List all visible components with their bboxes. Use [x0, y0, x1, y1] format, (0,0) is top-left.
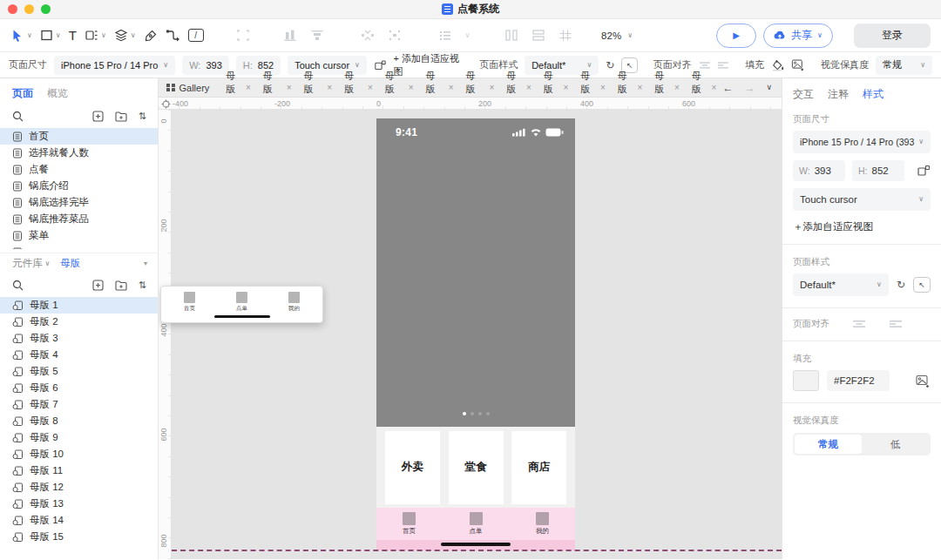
slash-command-button[interactable]: /	[188, 29, 204, 42]
page-list-item[interactable]: 锅底介绍	[0, 178, 158, 194]
master-list-item[interactable]: 母版 7	[0, 396, 158, 413]
canvas-tab[interactable]: 母版 4 ×	[686, 78, 723, 98]
minimize-window-button[interactable]	[24, 4, 34, 14]
tab-annotation[interactable]: 注释	[828, 87, 849, 102]
master-list-item[interactable]: 母版 2	[0, 314, 158, 330]
canvas-tab[interactable]: 母版 8 ×	[538, 78, 575, 98]
sort-icon[interactable]: ⇅	[139, 111, 146, 122]
reset-style-icon[interactable]: ↻	[897, 279, 905, 291]
page-list-item[interactable]: 选择就餐人数	[0, 145, 158, 161]
master-list-item[interactable]: 母版 3	[0, 330, 158, 347]
pen-tool-button[interactable]	[144, 29, 158, 43]
page-list-item[interactable]: 锅底推荐菜品	[0, 211, 158, 227]
canvas-tab[interactable]: 母版 11 ×	[419, 78, 459, 98]
share-button[interactable]: 共享 ∨	[763, 24, 833, 48]
master-preview-popup[interactable]: 首页 点单 我的	[160, 286, 323, 323]
chevron-down-icon[interactable]: ∨	[56, 32, 61, 39]
close-icon[interactable]: ×	[489, 83, 494, 92]
gallery-tab[interactable]: Gallery	[166, 83, 209, 93]
canvas-tab[interactable]: 母版 6 ×	[612, 78, 649, 98]
master-list-item[interactable]: 母版 10	[0, 446, 158, 462]
canvas-tab[interactable]: 母版 9 ×	[500, 78, 538, 98]
canvas-tab[interactable]: 母版 15 ×	[257, 78, 298, 98]
close-icon[interactable]: ×	[674, 83, 680, 92]
reset-style-icon[interactable]: ↻	[606, 59, 614, 71]
fill-swatch[interactable]	[793, 370, 819, 391]
canvas-tab[interactable]: 母版 1 ×	[220, 78, 257, 98]
home-card[interactable]: 外卖	[385, 431, 440, 504]
close-icon[interactable]: ×	[287, 83, 292, 92]
connector-tool-button[interactable]	[166, 29, 180, 42]
chevron-down-icon[interactable]: ∨	[27, 32, 32, 39]
width-field[interactable]: W: 393	[793, 160, 845, 181]
layers-tool-button[interactable]: ∨	[114, 29, 136, 42]
chevron-down-icon[interactable]: ∨	[101, 32, 106, 39]
move-tool-button[interactable]: ∨	[10, 29, 32, 43]
preview-play-button[interactable]: ▶	[716, 24, 756, 48]
artboard-homepage[interactable]: 9:41 外卖 堂食	[376, 118, 575, 550]
canvas-tab[interactable]: 母版 10 ×	[460, 78, 501, 98]
close-icon[interactable]: ×	[246, 83, 251, 92]
close-icon[interactable]: ×	[637, 83, 642, 92]
bottom-nav-item[interactable]: 点单	[470, 512, 483, 536]
close-icon[interactable]: ×	[563, 83, 568, 92]
device-preset-dropdown[interactable]: iPhone 15 Pro / 14 Pro ∨	[54, 56, 175, 75]
fidelity-option[interactable]: 低	[862, 435, 929, 454]
add-folder-icon[interactable]	[115, 111, 127, 122]
page-list-item[interactable]: 菜单	[0, 227, 158, 244]
canvas-tab[interactable]: 母版 13 ×	[338, 78, 379, 98]
close-icon[interactable]: ×	[409, 83, 414, 92]
tabs-list-icon[interactable]: ∨	[766, 84, 772, 91]
canvas-tab[interactable]: 母版 12 ×	[379, 78, 420, 98]
device-preset-select[interactable]: iPhone 15 Pro / 14 Pro (393 × 852) ∨	[793, 131, 931, 153]
cursor-style-select[interactable]: Touch cursor ∨	[793, 188, 931, 211]
ruler-origin-icon[interactable]	[161, 99, 171, 109]
canvas-tab[interactable]: 母版 7 ×	[574, 78, 612, 98]
master-list-item[interactable]: 母版 14	[0, 512, 158, 529]
master-list-item[interactable]: 母版 12	[0, 479, 158, 496]
sort-icon[interactable]: ⇅	[139, 280, 146, 291]
align-rows-center-icon[interactable]	[852, 319, 866, 329]
master-list-item[interactable]: 母版 1	[0, 297, 158, 314]
master-list-item[interactable]: 母版 6	[0, 380, 158, 396]
zoom-level-dropdown[interactable]: 82% ∨	[601, 30, 633, 41]
zoom-window-button[interactable]	[41, 4, 51, 14]
tab-style[interactable]: 样式	[863, 87, 883, 102]
height-field[interactable]: H: 852	[852, 160, 904, 181]
tab-interaction[interactable]: 交互	[793, 87, 814, 102]
master-list-item[interactable]: 母版 4	[0, 347, 158, 363]
close-icon[interactable]: ×	[526, 83, 531, 92]
tabs-back-icon[interactable]: ←	[722, 82, 733, 94]
home-card[interactable]: 商店	[511, 431, 566, 504]
page-list-item[interactable]: 点餐	[0, 161, 158, 178]
adaptive-link-icon[interactable]	[917, 165, 931, 177]
image-fill-icon[interactable]	[915, 374, 931, 388]
fill-hex-field[interactable]: #F2F2F2	[827, 370, 890, 391]
align-rows-left-icon[interactable]	[717, 60, 729, 71]
width-field[interactable]: W: 393	[182, 56, 229, 75]
add-adaptive-view-button[interactable]: ＋添加自适应视图	[793, 220, 931, 233]
close-window-button[interactable]	[8, 4, 17, 14]
add-master-icon[interactable]	[92, 280, 104, 291]
canvas-tab[interactable]: 母版 5 ×	[648, 78, 686, 98]
page-list-item[interactable]: 首页	[0, 128, 158, 145]
page-list-item-clipped[interactable]	[0, 244, 158, 249]
master-list-item[interactable]: 母版 15	[0, 529, 158, 545]
canvas-viewport[interactable]: 0200400600800 9:41	[159, 110, 782, 559]
master-list-item[interactable]: 母版 9	[0, 429, 158, 446]
image-fill-icon[interactable]	[791, 58, 804, 71]
fidelity-dropdown[interactable]: 常规 ∨	[876, 56, 932, 75]
bottom-nav-item[interactable]: 我的	[536, 512, 549, 536]
master-list-item[interactable]: 母版 5	[0, 363, 158, 380]
add-folder-icon[interactable]	[115, 280, 127, 291]
shape-tool-button[interactable]: ∨	[40, 29, 61, 42]
chevron-down-icon[interactable]: ∨	[817, 32, 823, 39]
tab-overview[interactable]: 概览	[47, 86, 68, 101]
close-icon[interactable]: ×	[327, 83, 332, 92]
master-list-item[interactable]: 母版 8	[0, 413, 158, 429]
filter-caret-icon[interactable]: ▾	[144, 260, 147, 267]
page-list-item[interactable]: 锅底选择完毕	[0, 194, 158, 211]
master-list-item[interactable]: 母版 13	[0, 496, 158, 512]
chevron-down-icon[interactable]: ∨	[131, 32, 136, 39]
close-icon[interactable]: ×	[449, 83, 454, 92]
